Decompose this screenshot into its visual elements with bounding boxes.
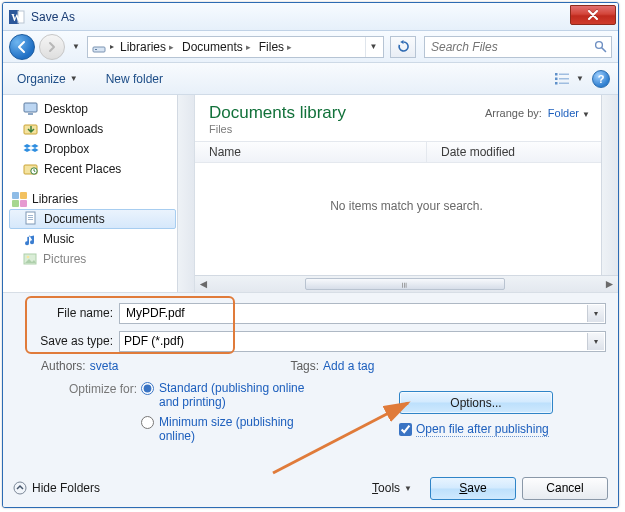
- tree-item-pictures[interactable]: Pictures: [9, 249, 194, 269]
- tree-group-libraries[interactable]: Libraries: [9, 189, 194, 209]
- tree-item-desktop[interactable]: Desktop: [9, 99, 194, 119]
- dropbox-icon: [23, 142, 39, 156]
- music-icon: [23, 232, 38, 247]
- nav-back-button[interactable]: [9, 34, 35, 60]
- arrange-by[interactable]: Arrange by: Folder ▼: [485, 107, 590, 119]
- crumb-files[interactable]: Files▸: [255, 37, 296, 57]
- cancel-button[interactable]: Cancel: [522, 477, 608, 500]
- new-folder-button[interactable]: New folder: [100, 70, 169, 88]
- svg-rect-20: [28, 217, 33, 218]
- title-bar: W Save As: [3, 3, 618, 31]
- filetype-field[interactable]: PDF (*.pdf) ▾: [119, 331, 606, 352]
- view-icon: [554, 71, 574, 87]
- search-icon: [594, 40, 607, 53]
- svg-rect-9: [555, 82, 558, 85]
- filetype-value: PDF (*.pdf): [124, 334, 601, 348]
- open-after-checkbox-row[interactable]: Open file after publishing: [399, 422, 599, 437]
- optimize-standard[interactable]: Standard (publishing online and printing…: [141, 381, 311, 409]
- filename-row: File name: ▾: [15, 301, 606, 325]
- tree-item-documents[interactable]: Documents: [9, 209, 176, 229]
- organize-menu[interactable]: Organize ▼: [11, 70, 84, 88]
- word-app-icon: W: [9, 9, 25, 25]
- help-button[interactable]: ?: [592, 70, 610, 88]
- svg-rect-10: [559, 73, 569, 75]
- chevron-up-circle-icon: [13, 481, 27, 495]
- documents-icon: [24, 211, 39, 227]
- window-title: Save As: [31, 10, 75, 24]
- arrow-left-icon: [15, 40, 29, 54]
- content-scrollbar-horizontal[interactable]: ◄ ►: [195, 275, 618, 292]
- arrow-right-icon: [46, 41, 58, 53]
- search-input[interactable]: [429, 39, 590, 55]
- scroll-left-arrow[interactable]: ◄: [195, 277, 212, 292]
- file-list-pane: Documents library Files Arrange by: Fold…: [195, 95, 618, 292]
- authors-label: Authors:: [41, 359, 86, 373]
- nav-forward-button[interactable]: [39, 34, 65, 60]
- save-button[interactable]: Save: [430, 477, 516, 500]
- nav-bar: ▼ ▸ Libraries▸ Documents▸ Files▸ ▼: [3, 31, 618, 63]
- help-icon: ?: [598, 73, 605, 85]
- tree-item-dropbox[interactable]: Dropbox: [9, 139, 194, 159]
- svg-point-24: [14, 482, 26, 494]
- nav-tree[interactable]: Desktop Downloads Dropbox Recent Places …: [3, 95, 195, 292]
- breadcrumb-dropdown[interactable]: ▼: [365, 37, 381, 57]
- tags-value[interactable]: Add a tag: [323, 359, 374, 373]
- crumb-libraries[interactable]: Libraries▸: [116, 37, 178, 57]
- hide-folders-button[interactable]: Hide Folders: [13, 481, 100, 495]
- svg-rect-14: [28, 113, 33, 115]
- filename-input[interactable]: [124, 305, 601, 321]
- scroll-thumb[interactable]: [305, 278, 505, 290]
- svg-point-23: [27, 256, 30, 259]
- column-headers[interactable]: Name Date modified: [195, 141, 618, 163]
- nav-history-dropdown[interactable]: ▼: [69, 38, 83, 56]
- svg-point-5: [596, 42, 603, 49]
- options-button[interactable]: Options...: [399, 391, 553, 414]
- close-icon: [587, 10, 599, 20]
- tools-menu[interactable]: Tools ▼: [372, 481, 412, 495]
- tree-item-downloads[interactable]: Downloads: [9, 119, 194, 139]
- column-date[interactable]: Date modified: [427, 142, 618, 162]
- breadcrumb-bar[interactable]: ▸ Libraries▸ Documents▸ Files▸ ▼: [87, 36, 384, 58]
- svg-rect-19: [28, 215, 33, 216]
- filetype-label: Save as type:: [15, 334, 119, 348]
- tree-item-music[interactable]: Music: [9, 229, 194, 249]
- filename-dropdown[interactable]: ▾: [587, 305, 604, 322]
- svg-text:W: W: [11, 12, 21, 23]
- optimize-minimum-radio[interactable]: [141, 416, 154, 429]
- desktop-icon: [23, 102, 39, 116]
- crumb-documents[interactable]: Documents▸: [178, 37, 255, 57]
- libraries-icon: [11, 191, 27, 207]
- filetype-dropdown[interactable]: ▾: [587, 333, 604, 350]
- view-mode-button[interactable]: ▼: [554, 71, 584, 87]
- content-scrollbar-vertical[interactable]: [601, 95, 618, 275]
- filename-label: File name:: [15, 306, 119, 320]
- optimize-standard-radio[interactable]: [141, 382, 154, 395]
- optimize-minimum[interactable]: Minimum size (publishing online): [141, 415, 311, 443]
- filename-field[interactable]: ▾: [119, 303, 606, 324]
- arrange-by-value[interactable]: Folder ▼: [548, 107, 590, 119]
- content-header: Documents library Files Arrange by: Fold…: [195, 95, 618, 141]
- file-list: No items match your search.: [195, 163, 618, 249]
- downloads-icon: [23, 122, 39, 136]
- tree-scrollbar[interactable]: [177, 95, 194, 292]
- authors-value[interactable]: sveta: [90, 359, 119, 373]
- options-column: Options... Open file after publishing: [399, 391, 599, 437]
- svg-rect-21: [28, 219, 33, 220]
- optimize-label: Optimize for:: [15, 381, 141, 443]
- form-panel: File name: ▾ Save as type: PDF (*.pdf) ▾…: [3, 293, 618, 507]
- svg-rect-8: [555, 77, 558, 80]
- svg-rect-11: [559, 78, 569, 80]
- svg-rect-7: [555, 73, 558, 76]
- svg-rect-13: [24, 103, 37, 112]
- search-box[interactable]: [424, 36, 612, 58]
- column-name[interactable]: Name: [195, 142, 427, 162]
- tree-item-recent[interactable]: Recent Places: [9, 159, 194, 179]
- svg-line-6: [602, 48, 606, 52]
- tags-label: Tags:: [290, 359, 319, 373]
- close-button[interactable]: [570, 5, 616, 25]
- scroll-right-arrow[interactable]: ►: [601, 277, 618, 292]
- explorer-body: Desktop Downloads Dropbox Recent Places …: [3, 95, 618, 293]
- refresh-button[interactable]: [390, 36, 416, 58]
- open-after-checkbox[interactable]: [399, 423, 412, 436]
- library-subtitle: Files: [209, 123, 606, 135]
